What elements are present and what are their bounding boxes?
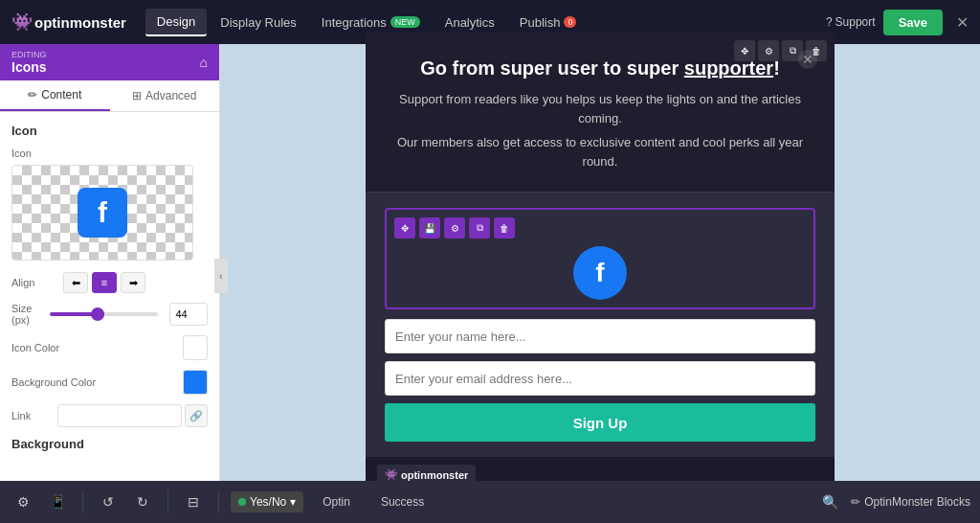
panel-content: Icon Icon f Align ⬅ ≡ ➡ Size (px) 44 Ico… [0,112,219,523]
editing-header: EDITING Icons ⌂ [0,44,219,80]
size-slider-container: 44 [50,303,208,326]
tab-optin[interactable]: Optin [311,491,362,512]
modal-subtitle2: Our members also get access to exclusive… [392,133,808,171]
link-label: Link [11,410,57,421]
question-icon: ? [826,15,833,29]
modal-close-button[interactable]: ✕ [798,50,817,69]
tab-advanced[interactable]: ⊞ Advanced [110,80,220,111]
nav-publish[interactable]: Publish 0 [508,10,589,35]
size-slider[interactable] [50,312,158,316]
integrations-badge: NEW [390,16,420,28]
puzzle-icon: ✏ [851,495,860,509]
bg-color-row: Background Color [11,370,208,395]
editing-title: Icons [11,59,47,75]
email-input[interactable] [385,361,815,396]
collapse-panel-button[interactable]: ‹ [214,259,228,293]
save-button[interactable]: Save [883,10,943,35]
search-button[interactable]: 🔍 [816,489,843,515]
divider-1 [82,490,83,513]
section-icon-title: Icon [11,124,208,138]
pencil-icon: ✏ [28,88,37,102]
icon-copy-button[interactable]: ⧉ [469,217,490,239]
close-button[interactable]: ✕ [956,13,969,32]
left-panel: EDITING Icons ⌂ ✏ Content ⊞ Advanced Ico… [0,44,220,523]
icon-color-swatch[interactable] [183,335,208,360]
icon-move-button[interactable]: ✥ [394,217,415,239]
mobile-button[interactable]: 📱 [44,489,71,515]
signup-button[interactable]: Sign Up [385,403,815,442]
facebook-icon-preview: f [78,188,127,238]
panel-tabs: ✏ Content ⊞ Advanced [0,80,219,112]
icon-trash-button[interactable]: 🗑 [494,217,515,239]
facebook-circle-icon: f [573,246,627,300]
size-label: Size (px) [11,303,50,326]
icon-field-label: Icon [11,148,208,159]
bg-color-swatch[interactable] [183,370,208,395]
align-center-button[interactable]: ≡ [92,272,117,293]
canvas-area: ✥ ⚙ ⧉ 🗑 ✕ Go from super user to super su… [220,44,980,481]
link-icon-button[interactable]: 🔗 [185,404,208,427]
grid-icon: ⊞ [132,89,142,102]
modal: ✥ ⚙ ⧉ 🗑 ✕ Go from super user to super su… [366,33,835,492]
size-input[interactable]: 44 [169,303,208,326]
publish-badge: 0 [564,16,576,28]
divider-2 [167,490,168,513]
support-button[interactable]: ? Support [826,15,876,29]
logo-icon: 👾 [11,11,33,33]
nav-design[interactable]: Design [145,9,207,36]
yes-no-dot [238,498,246,506]
align-label: Align [11,277,59,288]
bg-color-label: Background Color [11,376,183,388]
modal-gear-button[interactable]: ⚙ [758,40,779,61]
tab-success[interactable]: Success [369,491,435,512]
nav-display-rules[interactable]: Display Rules [209,10,307,35]
icon-toolbar: ✥ 💾 ⚙ ⧉ 🗑 [394,217,806,239]
modal-move-button[interactable]: ✥ [734,40,755,61]
columns-button[interactable]: ⊟ [180,489,207,515]
redo-button[interactable]: ↻ [129,489,156,515]
bottom-toolbar: ⚙ 📱 ↺ ↻ ⊟ Yes/No ▾ Optin Success 🔍 ✏ Opt… [0,481,980,523]
icon-display: f [394,246,806,300]
size-control: Size (px) 44 [11,303,208,326]
icon-color-label: Icon Color [11,342,183,353]
align-right-button[interactable]: ➡ [121,272,145,293]
logo-text: optinmonster [34,14,126,31]
background-section-title: Background [11,437,208,451]
icon-save-button[interactable]: 💾 [419,217,440,239]
align-left-button[interactable]: ⬅ [63,272,88,293]
om-blocks-button[interactable]: ✏ OptinMonster Blocks [851,495,970,509]
modal-top-toolbar: ✥ ⚙ ⧉ 🗑 ✕ [734,40,827,61]
logo: 👾 optinmonster [11,11,126,33]
modal-subtitle1: Support from readers like you helps us k… [392,90,808,127]
align-control: Align ⬅ ≡ ➡ [11,272,208,293]
undo-button[interactable]: ↺ [95,489,122,515]
icon-color-row: Icon Color [11,335,208,360]
link-row: Link 🔗 [11,404,208,427]
icon-section: ✥ 💾 ⚙ ⧉ 🗑 f [385,208,815,309]
link-input[interactable] [57,404,182,427]
name-input[interactable] [385,319,815,353]
chevron-down-icon: ▾ [290,495,296,509]
editing-info: EDITING Icons [11,50,47,75]
home-button[interactable]: ⌂ [200,55,208,70]
icon-preview: f [11,165,193,261]
footer-logo-icon: 👾 [385,468,398,481]
nav-right: ? Support Save ✕ [826,10,969,35]
icon-gear-button[interactable]: ⚙ [444,217,465,239]
settings-button[interactable]: ⚙ [10,489,36,515]
modal-body: ✥ 💾 ⚙ ⧉ 🗑 f Sign Up [366,193,835,457]
nav-integrations[interactable]: Integrations NEW [310,10,432,35]
editing-label: EDITING [11,50,47,59]
divider-3 [218,490,219,513]
tab-content[interactable]: ✏ Content [0,80,110,111]
yes-no-button[interactable]: Yes/No ▾ [231,491,303,512]
nav-analytics[interactable]: Analytics [434,10,506,35]
